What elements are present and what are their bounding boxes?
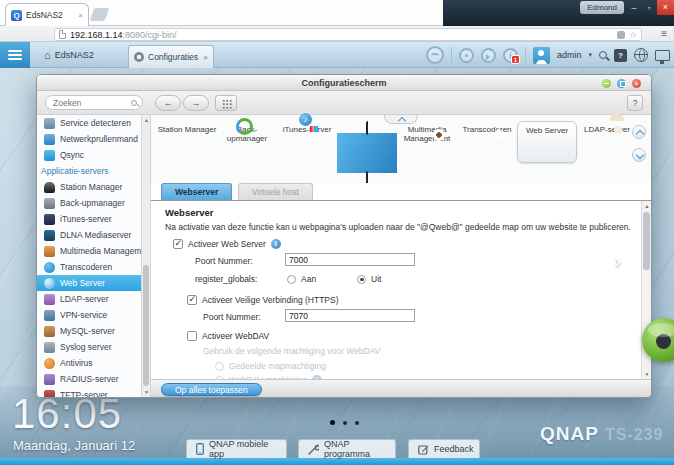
- notifications-icon[interactable]: 1: [503, 48, 518, 63]
- sidebar-item-multimedia-management[interactable]: Multimedia Managem...: [37, 243, 141, 259]
- background-tasks-icon[interactable]: [459, 48, 474, 63]
- dock-app-multimedia-management[interactable]: Multimedia Management: [397, 121, 457, 163]
- window-help-button[interactable]: ?: [627, 95, 643, 111]
- scrollbar-thumb[interactable]: [143, 265, 149, 386]
- myqnapcloud-icon[interactable]: [426, 46, 444, 64]
- maximize-icon[interactable]: [617, 79, 626, 88]
- station-manager-icon: [44, 182, 55, 193]
- dock-collapse-handle[interactable]: [384, 115, 418, 124]
- sidebar-item-syslog-server[interactable]: Syslog server: [37, 339, 141, 355]
- port-label: Poort Nummer:: [195, 256, 253, 266]
- page-dot-active[interactable]: [330, 420, 335, 425]
- dock-app-transcoderen[interactable]: Transcoderen: [457, 121, 517, 163]
- back-button[interactable]: ←: [155, 95, 181, 111]
- external-device-icon[interactable]: [481, 48, 496, 63]
- feedback-button[interactable]: Feedback: [408, 439, 480, 458]
- dock-scroll-up-icon[interactable]: [632, 125, 646, 139]
- user-menu[interactable]: admin: [557, 50, 582, 60]
- window-toolbar: ← → ?: [37, 91, 651, 115]
- sidebar-item-mysql-server[interactable]: MySQL-server: [37, 323, 141, 339]
- sidebar-item-backup-manager[interactable]: Back-upmanager: [37, 195, 141, 211]
- search-box[interactable]: [45, 95, 143, 110]
- plugin-icon[interactable]: [617, 31, 625, 39]
- next-desktop-page-arrow[interactable]: [615, 251, 621, 272]
- new-tab-button[interactable]: [90, 8, 110, 21]
- browser-tab[interactable]: EdsNAS2: [5, 3, 89, 26]
- dock-app-backup-manager[interactable]: Back-upmanager: [217, 121, 277, 163]
- scroll-up-icon[interactable]: [142, 115, 151, 125]
- https-port-input[interactable]: [285, 309, 415, 322]
- apply-all-button[interactable]: Op alles toepassen: [161, 383, 262, 396]
- enable-https-row: Activeer Veilige Verbinding (HTTPS): [187, 295, 339, 305]
- sidebar-scrollbar[interactable]: [141, 115, 150, 397]
- open-app-tab[interactable]: Configuraties...: [128, 45, 214, 68]
- window-titlebar[interactable]: Configuratiescherm: [37, 75, 651, 91]
- sidebar-item-vpn-service[interactable]: VPN-service: [37, 307, 141, 323]
- info-icon[interactable]: [271, 239, 281, 249]
- dock-app-ldap-server[interactable]: LDAP-server: [577, 121, 637, 163]
- dock-app-label: Multimedia Management: [397, 125, 457, 143]
- sidebar-item-web-server[interactable]: Web Server: [37, 275, 141, 291]
- radio-aan[interactable]: [287, 275, 296, 284]
- bookmark-star-icon[interactable]: [629, 30, 637, 40]
- help-icon[interactable]: [614, 49, 627, 62]
- sidebar-item-transcoderen[interactable]: Transcoderen: [37, 259, 141, 275]
- user-avatar[interactable]: [533, 47, 550, 64]
- transcoding-icon: [44, 262, 55, 273]
- sidebar-item-service-detecteren[interactable]: Service detecteren: [37, 115, 141, 131]
- brand-name: QNAP: [540, 423, 599, 445]
- app-tab-close-icon[interactable]: [203, 53, 208, 62]
- sidebar-item-itunes-server[interactable]: iTunes-server: [37, 211, 141, 227]
- dock-app-web-server[interactable]: Web Server: [517, 121, 577, 163]
- sidebar-item-qsync[interactable]: Qsync: [37, 147, 141, 163]
- language-icon[interactable]: [634, 48, 648, 62]
- webserver-form: Webserver Na activatie van deze functie …: [151, 201, 651, 379]
- minimize-icon[interactable]: [602, 79, 611, 88]
- browser-profile-button[interactable]: Edmond: [580, 1, 624, 14]
- http-port-input[interactable]: [285, 253, 415, 266]
- shared-folder-permission-radio[interactable]: [215, 362, 224, 371]
- enable-https-checkbox[interactable]: [187, 295, 197, 305]
- qnap-mobile-app-button[interactable]: QNAP mobiele app: [186, 439, 287, 458]
- forward-button[interactable]: →: [183, 95, 209, 111]
- enable-webdav-checkbox[interactable]: [187, 331, 197, 341]
- browser-menu-icon[interactable]: [661, 28, 667, 39]
- register-globals-row: register_globals:: [195, 274, 257, 284]
- dock-app-dlna-mediaserver[interactable]: DLNA Mediaserver: [337, 121, 397, 163]
- sidebar-item-station-manager[interactable]: Station Manager: [37, 179, 141, 195]
- tab-close-icon[interactable]: [78, 11, 83, 20]
- sidebar-item-tftp-server[interactable]: TFTP-server: [37, 387, 141, 397]
- tab-virtuele-host[interactable]: Virtuele host: [238, 183, 313, 200]
- scroll-up-icon[interactable]: [642, 201, 652, 211]
- show-desktop-button[interactable]: EdsNAS2: [44, 42, 94, 68]
- chevron-down-icon[interactable]: [588, 51, 592, 59]
- page-dot[interactable]: [343, 421, 347, 425]
- scroll-down-icon[interactable]: [642, 369, 652, 379]
- scroll-down-icon[interactable]: [142, 387, 151, 397]
- dock-app-station-manager[interactable]: Station Manager: [157, 121, 217, 163]
- tab-webserver[interactable]: Webserver: [161, 183, 232, 200]
- address-bar[interactable]: 192.168.1.14:8080/cgi-bin/: [54, 28, 642, 41]
- sidebar-item-netwerkprullenmand[interactable]: Netwerkprullenmand: [37, 131, 141, 147]
- close-icon[interactable]: [632, 79, 641, 88]
- sidebar-item-radius-server[interactable]: RADIUS-server: [37, 371, 141, 387]
- window-close-icon[interactable]: [657, 0, 674, 15]
- overview-grid-button[interactable]: [215, 95, 237, 111]
- radio-uit[interactable]: [357, 275, 366, 284]
- search-icon[interactable]: [599, 51, 607, 59]
- sidebar-item-dlna-mediaserver[interactable]: DLNA Mediaserver: [37, 227, 141, 243]
- enable-webserver-checkbox[interactable]: [173, 239, 183, 249]
- dock-scroll-down-icon[interactable]: [632, 148, 646, 162]
- sidebar-item-antivirus[interactable]: Antivirus: [37, 355, 141, 371]
- page-dot[interactable]: [355, 421, 359, 425]
- scrollbar-thumb[interactable]: [643, 212, 650, 270]
- sidebar-item-ldap-server[interactable]: LDAP-server: [37, 291, 141, 307]
- window-minimize-icon[interactable]: [627, 2, 641, 14]
- dock-app-itunes-server[interactable]: iTunes-server: [277, 121, 337, 163]
- main-menu-button[interactable]: [0, 42, 30, 68]
- window-maximize-icon[interactable]: [642, 2, 656, 14]
- dashboard-monitor-icon[interactable]: [655, 50, 670, 61]
- qnap-utility-button[interactable]: QNAP programma: [298, 439, 396, 458]
- search-input[interactable]: [53, 96, 126, 109]
- desktop-page-dots[interactable]: [330, 420, 359, 425]
